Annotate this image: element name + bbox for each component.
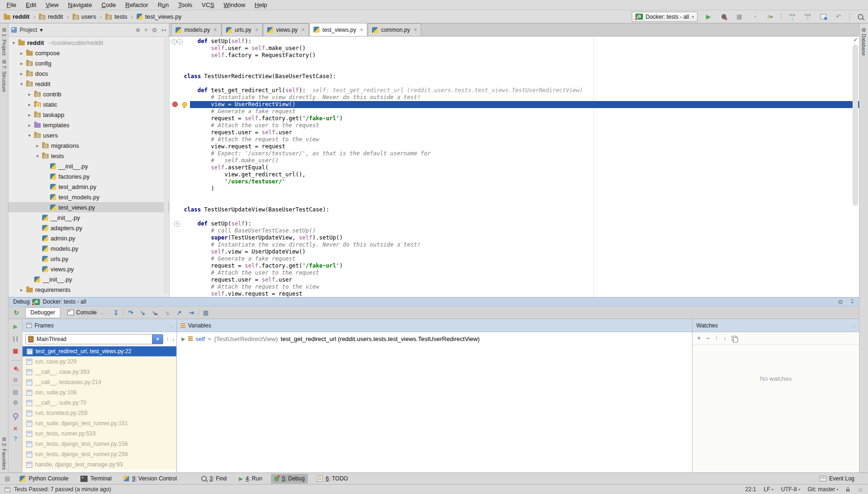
- status-widget-utf-8[interactable]: UTF-8: [781, 486, 800, 493]
- stack-frame-row[interactable]: __call__, testcases.py:214: [22, 377, 176, 387]
- panel-options-icon[interactable]: [168, 322, 173, 329]
- add-watch-button[interactable]: [697, 335, 700, 341]
- copy-watch-button[interactable]: [732, 336, 737, 341]
- next-frame-button[interactable]: [172, 336, 175, 342]
- rollback-button[interactable]: [834, 12, 843, 22]
- menu-item-refactor[interactable]: Refactor: [121, 1, 153, 8]
- tool-window-button--debug[interactable]: 5: Debug: [271, 474, 308, 484]
- menu-item-view[interactable]: View: [41, 1, 63, 8]
- tree-item-__init__.py[interactable]: __init__.py: [8, 212, 169, 223]
- tool-window-button--todo[interactable]: 6: TODO: [314, 474, 351, 484]
- step-over-button[interactable]: [125, 308, 136, 317]
- tool-window-button--run[interactable]: 4: Run: [236, 474, 266, 484]
- breadcrumb-item-tests[interactable]: tests: [104, 13, 128, 20]
- editor-tab-urls.py[interactable]: urls.py: [222, 23, 263, 36]
- close-tab-icon[interactable]: [301, 27, 305, 33]
- tree-item-adapters.py[interactable]: adapters.py: [8, 223, 169, 233]
- tree-item-admin.py[interactable]: admin.py: [8, 233, 169, 243]
- intention-bulb-icon[interactable]: [182, 102, 187, 107]
- breadcrumb-item-reddit[interactable]: reddit: [3, 13, 30, 20]
- stack-frame-row[interactable]: __call__, case.py:393: [22, 367, 176, 377]
- tree-item-requirements[interactable]: requirements: [8, 284, 169, 295]
- menu-item-navigate[interactable]: Navigate: [63, 1, 96, 8]
- stack-frame-row[interactable]: run, tcunittest.py:259: [22, 408, 176, 418]
- expand-arrow-icon[interactable]: [35, 143, 40, 148]
- profiler-button[interactable]: [750, 12, 759, 22]
- stack-frame-row[interactable]: handle, django_test_manage.py:93: [22, 459, 176, 470]
- stack-frame-row[interactable]: run, suite.py:108: [22, 387, 176, 398]
- tree-item-views.py[interactable]: views.py: [8, 264, 169, 274]
- hector-icon[interactable]: [857, 486, 863, 493]
- tree-item-docs[interactable]: docs: [8, 68, 169, 79]
- help-button[interactable]: [11, 434, 20, 443]
- menu-item-window[interactable]: Window: [219, 1, 250, 8]
- panel-options-icon[interactable]: [851, 322, 855, 329]
- show-execution-point-button[interactable]: [111, 308, 121, 317]
- force-step-into-button[interactable]: [162, 308, 172, 317]
- collapse-arrow-icon[interactable]: [27, 133, 32, 138]
- overridden-method-icon[interactable]: [177, 39, 182, 44]
- stack-frame-row[interactable]: run_suite, django_test_runner.py:151: [22, 418, 176, 429]
- tree-item-urls.py[interactable]: urls.py: [8, 254, 169, 264]
- tree-item-config[interactable]: config: [8, 58, 169, 68]
- tool-window-button-terminal[interactable]: Terminal: [77, 474, 115, 484]
- evaluate-expression-button[interactable]: [201, 308, 211, 317]
- stack-frame-row[interactable]: run_tests, django_test_runner.py:156: [22, 439, 176, 449]
- thread-selector[interactable]: MainThread ▼: [25, 334, 163, 344]
- mute-breakpoints-button[interactable]: [11, 375, 20, 384]
- remove-watch-button[interactable]: [706, 335, 709, 341]
- project-settings-button[interactable]: [152, 27, 157, 34]
- expand-icon[interactable]: [182, 336, 185, 341]
- overrides-method-icon[interactable]: [174, 221, 180, 227]
- tree-item-static[interactable]: static: [8, 99, 169, 109]
- tool-window-button-project[interactable]: 1: Project: [1, 28, 7, 55]
- stack-frame-row[interactable]: run, case.py:329: [22, 356, 176, 367]
- restore-layout-button[interactable]: [11, 387, 20, 397]
- tool-window-button-structure[interactable]: 7: Structure: [1, 60, 7, 92]
- resume-button[interactable]: [11, 322, 20, 331]
- step-out-button[interactable]: [174, 308, 184, 317]
- menu-item-file[interactable]: File: [2, 1, 21, 8]
- editor-scrollbar[interactable]: [853, 44, 858, 206]
- tree-item-__init__.py[interactable]: __init__.py: [8, 274, 169, 284]
- tree-item-test_admin.py[interactable]: test_admin.py: [8, 182, 169, 192]
- stop-button[interactable]: [11, 347, 20, 356]
- close-tab-icon[interactable]: [414, 27, 417, 33]
- code-area[interactable]: def setUp(self): self.user = self.make_u…: [169, 36, 859, 297]
- stack-frame-row[interactable]: __call__, suite.py:70: [22, 398, 176, 408]
- event-log-button[interactable]: Event Log: [817, 474, 858, 484]
- tree-item-contrib[interactable]: contrib: [8, 89, 169, 99]
- expand-arrow-icon[interactable]: [27, 112, 32, 117]
- menu-item-help[interactable]: Help: [250, 1, 272, 8]
- run-configuration-select[interactable]: Docker: tests - all: [632, 12, 698, 22]
- minimize-panel-button[interactable]: [850, 298, 854, 305]
- step-into-my-code-button[interactable]: [150, 308, 160, 317]
- status-widget-lf[interactable]: LF: [764, 486, 773, 493]
- tree-item-compose[interactable]: compose: [8, 48, 169, 58]
- stack-frame-row[interactable]: test_get_redirect_url, test_views.py:22: [22, 346, 176, 356]
- tree-item-reddit[interactable]: reddit~/cookiecutter/reddit: [8, 37, 169, 48]
- breadcrumb-item-test_views.py[interactable]: test_views.py: [136, 13, 182, 20]
- tool-window-button-favorites[interactable]: 2: Favorites: [1, 437, 7, 470]
- thread-dropdown-button[interactable]: ▼: [152, 334, 163, 344]
- local-history-button[interactable]: [818, 12, 828, 22]
- expand-arrow-icon[interactable]: [19, 51, 24, 56]
- tree-item-test_views.py[interactable]: test_views.py: [8, 202, 169, 212]
- project-scrollbar[interactable]: [164, 37, 168, 294]
- editor-tab-test_views.py[interactable]: test_views.py: [309, 23, 367, 36]
- close-tab-icon[interactable]: [360, 27, 363, 33]
- lock-icon[interactable]: [846, 489, 850, 492]
- menu-item-run[interactable]: Run: [153, 1, 174, 8]
- rerun-button[interactable]: [11, 308, 22, 317]
- expand-arrow-icon[interactable]: [19, 61, 24, 66]
- tree-item-taskapp[interactable]: taskapp: [8, 109, 169, 120]
- collapse-arrow-icon[interactable]: [11, 40, 16, 45]
- collapse-arrow-icon[interactable]: [35, 153, 40, 159]
- menu-item-vcs[interactable]: VCS: [197, 1, 219, 8]
- overrides-method-icon[interactable]: [171, 39, 177, 44]
- pause-button[interactable]: [11, 334, 20, 343]
- debugger-tab-console[interactable]: Console: [62, 307, 109, 318]
- tree-item-test_models.py[interactable]: test_models.py: [8, 192, 169, 202]
- status-widget-22-1[interactable]: 22:1: [745, 486, 756, 493]
- chevron-down-icon[interactable]: [40, 27, 43, 33]
